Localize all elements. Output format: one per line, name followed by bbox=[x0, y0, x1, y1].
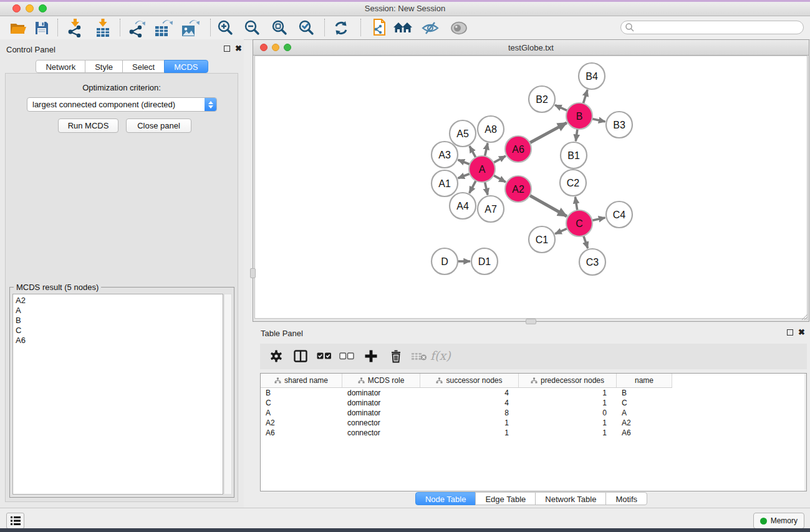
table-close-icon[interactable]: ✖ bbox=[798, 329, 805, 336]
search-input[interactable] bbox=[620, 21, 804, 34]
save-icon bbox=[34, 21, 49, 36]
close-panel-button[interactable]: Close panel bbox=[126, 118, 191, 133]
column-header-name[interactable]: name bbox=[617, 374, 672, 387]
graph-node-C4[interactable]: C4 bbox=[606, 201, 632, 228]
graph-node-C1[interactable]: C1 bbox=[529, 226, 555, 253]
tab-style[interactable]: Style bbox=[85, 60, 123, 73]
graph-node-D[interactable]: D bbox=[432, 248, 458, 274]
table-float-icon[interactable] bbox=[787, 329, 793, 336]
graph-node-A2[interactable]: A2 bbox=[505, 176, 531, 202]
run-mcds-button[interactable]: Run MCDS bbox=[58, 118, 118, 133]
float-panel-icon[interactable] bbox=[224, 46, 230, 52]
table-toolbar: f(x) bbox=[260, 344, 807, 369]
import-table-button[interactable] bbox=[92, 18, 113, 38]
mcds-result-item[interactable]: A2 bbox=[16, 296, 223, 306]
table-row[interactable]: Cdominator41C bbox=[261, 398, 806, 408]
tab-motifs[interactable]: Motifs bbox=[605, 492, 647, 505]
table-cell: dominator bbox=[342, 398, 420, 408]
zoom-out-button[interactable] bbox=[241, 18, 263, 38]
table-cell: A bbox=[617, 408, 672, 418]
export-image-button[interactable] bbox=[180, 18, 201, 38]
graph-node-A5[interactable]: A5 bbox=[450, 120, 476, 147]
create-column-button[interactable] bbox=[362, 347, 380, 365]
column-header-mcds-role[interactable]: MCDS role bbox=[342, 374, 420, 387]
graph-node-A[interactable]: A bbox=[469, 156, 495, 182]
clone-network-button[interactable] bbox=[368, 18, 389, 38]
column-header-successor-nodes[interactable]: successor nodes bbox=[420, 374, 519, 387]
graph-node-C3[interactable]: C3 bbox=[579, 249, 605, 275]
mcds-result-item[interactable]: B bbox=[16, 316, 223, 326]
table-row[interactable]: Bdominator41B bbox=[261, 388, 806, 398]
memory-button[interactable]: Memory bbox=[753, 513, 804, 529]
export-network-icon bbox=[127, 19, 146, 37]
unchecked-boxes-icon bbox=[339, 352, 354, 360]
hide-graphics-details-button[interactable] bbox=[420, 18, 441, 38]
graph-node-D1[interactable]: D1 bbox=[471, 248, 498, 274]
table-settings-button[interactable] bbox=[267, 347, 286, 365]
network-canvas[interactable]: B4B2BB3A5A8A6A3B1AA1C2A2A4A7C4CC1C3DD1 bbox=[254, 56, 808, 319]
network-window-titlebar[interactable]: testGlobe.txt bbox=[253, 40, 809, 56]
mcds-result-item[interactable]: C bbox=[16, 326, 223, 336]
graph-node-B4[interactable]: B4 bbox=[579, 63, 605, 89]
column-header-shared-name[interactable]: shared name bbox=[261, 374, 342, 387]
horizontal-splitter-handle[interactable] bbox=[526, 319, 536, 324]
table-cell: dominator bbox=[342, 388, 420, 398]
graph-node-B2[interactable]: B2 bbox=[529, 86, 555, 112]
export-table-button[interactable] bbox=[153, 18, 174, 38]
show-graphics-details-button[interactable] bbox=[448, 18, 470, 38]
zoom-fit-button[interactable] bbox=[269, 18, 290, 38]
graph-node-A4[interactable]: A4 bbox=[450, 193, 476, 219]
function-builder-button[interactable]: f(x) bbox=[430, 349, 451, 362]
delete-column-button[interactable] bbox=[387, 347, 405, 365]
graph-node-C2[interactable]: C2 bbox=[560, 170, 586, 196]
graph-node-B[interactable]: B bbox=[566, 103, 592, 129]
graph-node-A3[interactable]: A3 bbox=[432, 142, 458, 168]
svg-text:C1: C1 bbox=[536, 235, 549, 245]
export-network-button[interactable] bbox=[126, 18, 147, 38]
unselect-all-columns-button[interactable] bbox=[337, 347, 356, 365]
graph-node-A1[interactable]: A1 bbox=[432, 170, 458, 196]
open-session-button[interactable] bbox=[7, 18, 29, 38]
delete-table-button[interactable] bbox=[410, 347, 428, 365]
split-view-button[interactable] bbox=[291, 347, 310, 365]
optimization-label: Optimization criterion: bbox=[6, 83, 238, 92]
save-session-button[interactable] bbox=[31, 18, 52, 38]
graph-node-A8[interactable]: A8 bbox=[478, 116, 504, 142]
import-network-button[interactable] bbox=[64, 18, 85, 38]
checked-boxes-icon bbox=[317, 352, 332, 360]
resize-grip-icon[interactable] bbox=[800, 312, 808, 321]
mcds-result-item[interactable]: A bbox=[16, 306, 223, 316]
graph-node-B1[interactable]: B1 bbox=[561, 142, 587, 168]
select-all-columns-button[interactable] bbox=[315, 347, 334, 365]
refresh-layout-button[interactable] bbox=[330, 18, 352, 38]
table-cell: connector bbox=[342, 418, 420, 428]
vertical-splitter-handle[interactable] bbox=[250, 268, 256, 278]
graph-node-B3[interactable]: B3 bbox=[606, 112, 632, 138]
result-scrollbar[interactable] bbox=[224, 294, 232, 495]
home-networks-button[interactable] bbox=[392, 18, 413, 38]
graph-node-C[interactable]: C bbox=[566, 210, 592, 236]
node-table[interactable]: shared nameMCDS rolesuccessor nodesprede… bbox=[260, 373, 807, 491]
table-row[interactable]: A6connector11A6 bbox=[261, 428, 806, 438]
zoom-in-button[interactable] bbox=[215, 18, 236, 38]
tab-mcds[interactable]: MCDS bbox=[164, 60, 208, 73]
table-row[interactable]: A2connector11A2 bbox=[261, 418, 806, 428]
svg-text:A4: A4 bbox=[456, 201, 469, 211]
tab-network-table[interactable]: Network Table bbox=[535, 492, 606, 505]
table-row[interactable]: Adominator80A bbox=[261, 408, 806, 418]
svg-text:C: C bbox=[576, 218, 583, 229]
graph-node-A7[interactable]: A7 bbox=[478, 196, 504, 222]
table-scrollbar[interactable] bbox=[804, 374, 806, 491]
column-header-predecessor-nodes[interactable]: predecessor nodes bbox=[519, 374, 617, 387]
tab-select[interactable]: Select bbox=[122, 60, 165, 73]
graph-node-A6[interactable]: A6 bbox=[505, 136, 531, 162]
tab-edge-table[interactable]: Edge Table bbox=[475, 492, 536, 505]
close-panel-icon[interactable]: ✖ bbox=[235, 46, 242, 52]
mcds-result-item[interactable]: A6 bbox=[16, 336, 223, 346]
task-history-button[interactable] bbox=[6, 513, 24, 529]
zoom-selected-button[interactable] bbox=[296, 18, 317, 38]
criterion-select[interactable]: largest connected component (directed) bbox=[27, 97, 217, 112]
network-view-window: testGlobe.txt B4B2BB3A5A8A6A3B1AA1C2A2A4… bbox=[253, 39, 809, 322]
tab-network[interactable]: Network bbox=[36, 60, 85, 73]
tab-node-table[interactable]: Node Table bbox=[415, 492, 476, 505]
